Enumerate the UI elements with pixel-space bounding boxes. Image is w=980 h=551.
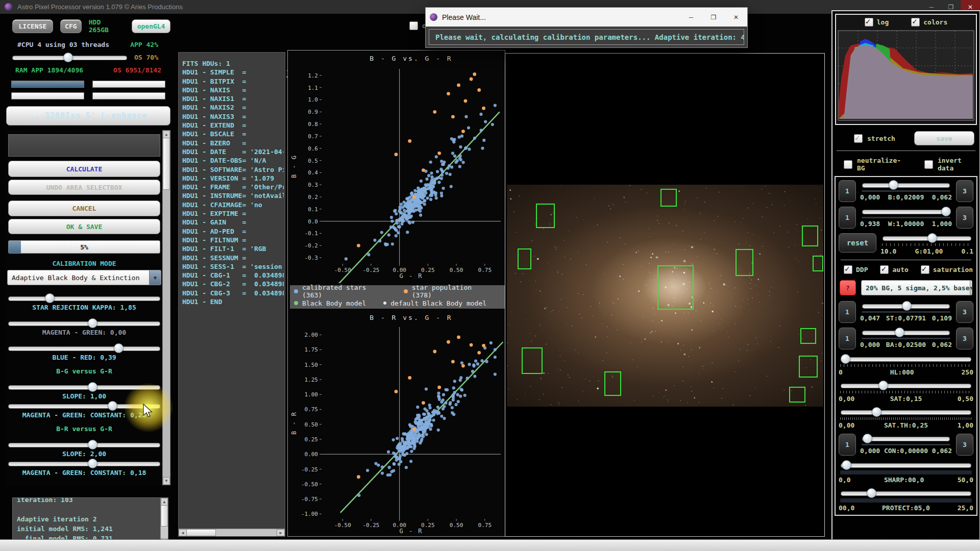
scrollbar-thumb[interactable]: [161, 505, 168, 527]
calculate-button[interactable]: CALCULATE: [8, 161, 160, 177]
help-button[interactable]: ?: [840, 280, 856, 295]
image-viewer[interactable]: [505, 53, 825, 537]
slider-thumb[interactable]: [889, 180, 898, 190]
slider-track[interactable]: [8, 443, 160, 447]
ddp-checkbox[interactable]: [844, 265, 852, 274]
cancel-button[interactable]: CANCEL: [8, 201, 160, 216]
loaded-frame-button[interactable]: .. 3200Iso 5' L-enhance: [6, 106, 170, 126]
slider-thumb[interactable]: [108, 401, 117, 411]
license-button[interactable]: LICENSE: [12, 19, 53, 33]
console-scrollbar[interactable]: ▲ ▼: [160, 498, 168, 546]
step-up-button[interactable]: 3: [956, 180, 973, 202]
cfg-button[interactable]: CFG: [60, 19, 82, 33]
colors-checkbox[interactable]: [911, 18, 920, 27]
slider-track[interactable]: [8, 346, 160, 351]
slider-track[interactable]: [862, 437, 950, 441]
slider-track[interactable]: [862, 210, 950, 214]
slider-track[interactable]: [841, 410, 971, 415]
slider-ba-0-02500[interactable]: [862, 328, 950, 337]
slider-blue-red-0-39[interactable]: [8, 343, 160, 353]
invert-data-checkbox[interactable]: [924, 160, 933, 169]
slider-thumb[interactable]: [878, 381, 888, 390]
scroll-down-icon[interactable]: ▼: [163, 477, 170, 485]
slider-track[interactable]: [883, 236, 971, 241]
slider-thumb[interactable]: [872, 407, 881, 417]
scroll-right-icon[interactable]: ▶: [277, 529, 285, 536]
step-down-button[interactable]: 1: [839, 434, 856, 456]
slider-thumb[interactable]: [902, 301, 912, 311]
slider-sat-0-15[interactable]: [841, 381, 971, 390]
partial-checkbox[interactable]: [409, 21, 418, 30]
slider-track[interactable]: [862, 183, 950, 188]
log-checkbox[interactable]: [865, 18, 873, 27]
dialog-maximize-button[interactable]: ❐: [702, 8, 725, 27]
slider-track[interactable]: [862, 331, 950, 335]
slider-thumb[interactable]: [842, 460, 851, 470]
cpu-slider-thumb[interactable]: [63, 53, 73, 62]
slider-thumb[interactable]: [927, 233, 937, 243]
slider-track[interactable]: [8, 296, 160, 301]
step-up-button[interactable]: 3: [956, 207, 973, 229]
neutralize-bg-checkbox[interactable]: [844, 160, 852, 169]
slider-track[interactable]: [8, 321, 160, 326]
reset-button[interactable]: reset: [839, 233, 876, 253]
slider-thumb[interactable]: [867, 488, 876, 498]
save-button[interactable]: save: [914, 131, 974, 145]
slider-sharp-00-0[interactable]: [841, 460, 971, 469]
slider-thumb[interactable]: [863, 434, 872, 443]
slider-thumb[interactable]: [88, 318, 97, 328]
fits-horizontal-scrollbar[interactable]: ◀ ▶: [179, 529, 285, 536]
chevron-down-icon[interactable]: ▼: [970, 281, 973, 295]
slider-track[interactable]: [8, 462, 160, 466]
undo-area-selectbox-button[interactable]: UNDO AREA SELECTBOX: [8, 180, 160, 195]
slider-g-01-00[interactable]: [883, 233, 971, 242]
step-down-button[interactable]: 1: [839, 328, 856, 349]
slider-thumb[interactable]: [841, 354, 850, 364]
slider-sat-th-0-25[interactable]: [841, 407, 971, 416]
opengl-button[interactable]: openGL4: [132, 19, 170, 33]
dialog-minimize-button[interactable]: ─: [680, 8, 702, 27]
auto-checkbox[interactable]: [880, 265, 889, 274]
ddp-preset-dropdown[interactable]: 20% BG, 5 sigma, 2,5% base▼: [861, 280, 972, 295]
step-up-button[interactable]: 3: [956, 328, 973, 349]
dialog-close-button[interactable]: ✕: [725, 8, 747, 27]
slider-magenta-green-constant-0-18[interactable]: [8, 459, 160, 468]
os-taskbar[interactable]: [0, 539, 980, 551]
slider-protect-05-0[interactable]: [841, 488, 971, 497]
step-up-button[interactable]: 3: [956, 434, 973, 456]
saturation-checkbox[interactable]: [921, 265, 929, 274]
slider-w-1-00000[interactable]: [862, 207, 950, 216]
slider-track[interactable]: [841, 384, 971, 388]
slider-con-0-00000[interactable]: [862, 434, 950, 443]
stretch-checkbox[interactable]: [854, 134, 863, 143]
slider-thumb[interactable]: [88, 382, 97, 392]
chevron-down-icon[interactable]: ▼: [149, 270, 161, 285]
cpu-threads-slider[interactable]: [12, 53, 127, 62]
step-down-button[interactable]: 1: [839, 180, 856, 202]
scroll-up-icon[interactable]: ▲: [163, 131, 170, 138]
slider-magenta-green-0-00[interactable]: [8, 318, 160, 328]
slider-slope-2-00[interactable]: [8, 440, 160, 449]
slider-track[interactable]: [841, 491, 971, 496]
left-scrollbar[interactable]: ▲ ▼: [162, 130, 170, 485]
slider-thumb[interactable]: [895, 328, 904, 337]
slider-thumb[interactable]: [88, 459, 97, 468]
slider-b-0-02009[interactable]: [862, 180, 950, 189]
step-down-button[interactable]: 1: [839, 207, 856, 229]
scroll-left-icon[interactable]: ◀: [179, 529, 187, 536]
slider-thumb[interactable]: [941, 207, 951, 216]
calibration-mode-dropdown[interactable]: Adaptive Black Body & Extinction ▼: [7, 270, 161, 285]
slider-star-rejection-kappa-1-85[interactable]: [8, 293, 160, 303]
ok-save-button[interactable]: OK & SAVE: [8, 219, 160, 234]
slider-thumb[interactable]: [114, 343, 124, 353]
slider-track[interactable]: [841, 463, 971, 468]
slider-thumb[interactable]: [88, 440, 97, 449]
slider-st-0-07791[interactable]: [862, 301, 950, 310]
scroll-up-icon[interactable]: ▲: [161, 498, 168, 506]
slider-thumb[interactable]: [45, 293, 55, 303]
step-up-button[interactable]: 3: [956, 301, 973, 323]
fits-header-panel[interactable]: FITS HDUs: 1 HDU1 - SIMPLE = HDU1 - BITP…: [178, 52, 285, 537]
slider-hl-000[interactable]: [841, 354, 971, 363]
step-down-button[interactable]: 1: [839, 301, 856, 323]
slider-track[interactable]: [841, 357, 971, 362]
